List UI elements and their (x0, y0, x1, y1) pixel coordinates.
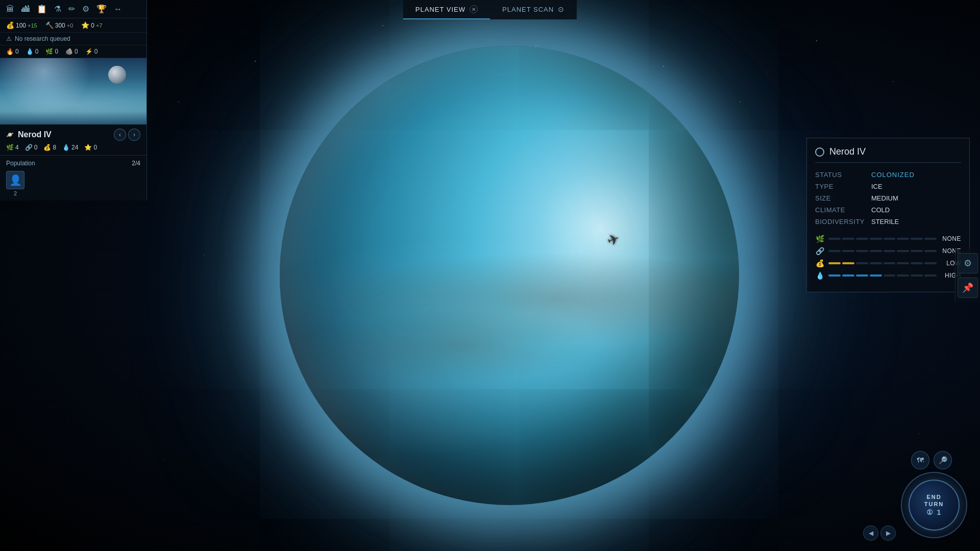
production-delta: +0 (67, 22, 74, 29)
bar-seg-15 (911, 250, 923, 252)
stars-resource: ⭐ 0 +7 (81, 21, 102, 29)
sidebar-settings-button[interactable]: ⚙ (958, 253, 978, 273)
production-value: 300 (55, 22, 65, 29)
res-link-icon: 🔗 (815, 247, 824, 255)
climate-row: CLIMATE COLD (815, 204, 961, 216)
prev-planet-button[interactable]: ‹ (114, 129, 126, 141)
bar-seg-1 (828, 238, 841, 240)
corner-nav-right[interactable]: ▶ (880, 525, 896, 541)
bar-seg-8 (924, 238, 937, 240)
left-panel: 🏛 🏙 📋 ⚗ ✏ ⚙ 🏆 ↔ 💰 100 +15 🔨 300 +0 ⭐ 0 +… (0, 0, 147, 201)
energy-icon: ⚡ (85, 48, 93, 55)
end-turn-button[interactable]: END TURN ① 1 (909, 480, 960, 531)
bar-seg-10 (842, 250, 854, 252)
production-icon: 🔨 (45, 21, 54, 29)
size-row: SIZE MEDIUM (815, 192, 961, 204)
end-turn-line1: END (926, 494, 941, 500)
planet-name-row: 🪐 Nerod IV ‹ › (6, 129, 140, 141)
planet-circle-icon (815, 147, 824, 157)
orbit-icon: 🪐 (6, 131, 14, 138)
next-planet-button[interactable]: › (128, 129, 140, 141)
gold-icon: 💰 (43, 144, 51, 151)
planet-view-label: PLANET VIEW (415, 6, 465, 13)
info-planet-name: Nerod IV (829, 146, 866, 157)
bar-seg-14 (897, 250, 909, 252)
link-icon: 🔗 (25, 144, 33, 151)
bar-water-1 (828, 274, 841, 277)
planet-details-table: STATUS COLONIZED TYPE ICE SIZE MEDIUM CL… (815, 169, 961, 228)
research-bar[interactable]: ⚠ No research queued (0, 33, 146, 45)
corner-nav: ◀ ▶ (863, 525, 896, 541)
corner-nav-left[interactable]: ◀ (863, 525, 878, 541)
water-planet-icon: 💧 (62, 144, 70, 151)
nav-icon-settings[interactable]: ⚙ (82, 4, 89, 14)
biodiversity-row: BIODIVERSITY STERILE (815, 216, 961, 228)
biodiversity-value: STERILE (871, 216, 961, 228)
bar-seg-6 (897, 238, 909, 240)
planet-stats-row: 🌿 4 🔗 0 💰 8 💧 24 ⭐ 0 (6, 144, 140, 151)
bar-seg-2 (842, 238, 854, 240)
tab-planet-view[interactable]: PLANET VIEW ✕ (403, 0, 490, 19)
stars-value: 0 (91, 22, 94, 29)
bar-water-6 (897, 274, 909, 277)
nav-icon-swap[interactable]: ↔ (114, 5, 122, 14)
res-link-bar (828, 250, 937, 252)
stars-icon: ⭐ (81, 21, 89, 29)
status-label: STATUS (815, 169, 871, 181)
info-planet-name-row: Nerod IV (815, 146, 961, 163)
moon (108, 66, 126, 84)
population-count: 2/4 (132, 160, 140, 167)
bar-seg-7 (911, 238, 923, 240)
size-label: SIZE (815, 192, 871, 204)
pstat-credits: 💰 8 (43, 144, 56, 151)
production-resource: 🔨 300 +0 (45, 21, 74, 29)
pstat-link: 🔗 0 (25, 144, 38, 151)
bar-gold-7 (911, 262, 923, 264)
fire-val: 0 (15, 48, 19, 55)
bar-seg-4 (870, 238, 882, 240)
food-val: 4 (15, 144, 19, 151)
water-val: 0 (35, 48, 39, 55)
plant-icon: 🌿 (45, 48, 53, 55)
population-units: 👤 2 (6, 171, 140, 196)
bar-seg-11 (856, 250, 868, 252)
tab-close-button[interactable]: ✕ (470, 5, 478, 13)
mineral-val: 0 (75, 48, 78, 55)
res-food-icon: 🌿 (815, 235, 824, 243)
status-row: STATUS COLONIZED (815, 169, 961, 181)
scan-icon: ⊙ (558, 5, 565, 13)
pop-unit-1[interactable]: 👤 2 (6, 171, 24, 196)
type-label: TYPE (815, 181, 871, 192)
map-button-1[interactable]: 🗺 (911, 451, 929, 469)
stat-row: 🔥 0 💧 0 🌿 0 🪨 0 ⚡ 0 (0, 45, 146, 58)
credits-value: 100 (16, 22, 26, 29)
bar-water-2 (842, 274, 854, 277)
nav-icon-pencil[interactable]: ✏ (68, 4, 75, 14)
stat-plant: 🌿 0 (45, 48, 58, 55)
end-turn-number: ① 1 (926, 508, 942, 516)
bar-water-7 (911, 274, 923, 277)
bar-water-8 (924, 274, 937, 277)
pstat-water: 💧 24 (62, 144, 78, 151)
map-button-2[interactable]: 🔎 (934, 451, 952, 469)
nav-icon-city[interactable]: 🏙 (21, 5, 30, 14)
climate-value: COLD (871, 204, 961, 216)
nav-icon-trophy[interactable]: 🏆 (96, 4, 107, 14)
bar-seg-13 (884, 250, 896, 252)
bar-gold-1 (828, 262, 841, 264)
res-food-label: NONE (941, 235, 961, 242)
tab-planet-scan[interactable]: PLANET SCAN ⊙ (490, 0, 577, 19)
fire-icon: 🔥 (6, 48, 14, 55)
nav-icon-list[interactable]: 📋 (37, 4, 47, 14)
nav-icon-colony[interactable]: 🏛 (6, 5, 14, 14)
status-value: COLONIZED (871, 169, 961, 181)
food-icon: 🌿 (6, 144, 14, 151)
bar-gold-5 (884, 262, 896, 264)
sidebar-bookmark-button[interactable]: 📌 (958, 278, 978, 298)
res-link-row: 🔗 NONE (815, 247, 961, 255)
nav-icon-research[interactable]: ⚗ (54, 4, 61, 14)
bar-gold-6 (897, 262, 909, 264)
population-header: Population 2/4 (6, 160, 140, 167)
water-planet-val: 24 (71, 144, 78, 151)
end-turn-container: END TURN ① 1 (898, 469, 970, 541)
